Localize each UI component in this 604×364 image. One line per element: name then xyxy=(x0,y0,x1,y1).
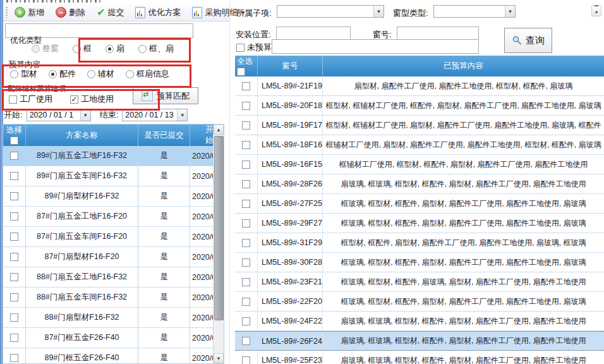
plan-table-row[interactable]: 87#门扇型材F16-F20是2020/0 xyxy=(3,247,224,267)
window-table-row[interactable]: LM5L-89#-18F16框辅材工厂使用, 扇型材, 扇配件工厂使用, 扇配件… xyxy=(235,135,604,155)
window-table-row[interactable]: LM5L-89#-26F24扇玻璃, 框玻璃, 框型材, 框配件, 扇型材, 扇… xyxy=(235,331,604,351)
query-button[interactable]: 查询 xyxy=(504,28,552,53)
usage-checkbox[interactable]: ✓工地使用 xyxy=(70,94,114,105)
row-select-cell xyxy=(3,247,26,267)
delete-button[interactable]: − 删除 xyxy=(52,5,89,20)
select-all-checkbox[interactable] xyxy=(10,136,18,145)
row-checkbox[interactable] xyxy=(242,356,250,364)
window-table-row[interactable]: LM5L-89#-21F19扇型材, 扇配件工厂使用, 扇配件工地使用, 框型材… xyxy=(235,76,604,96)
row-checkbox[interactable] xyxy=(242,317,250,325)
row-checkbox[interactable] xyxy=(242,200,250,208)
row-checkbox[interactable] xyxy=(242,258,250,267)
plan-table-row[interactable]: 89#门框五金F26-F40是2020/0 xyxy=(3,348,224,364)
row-checkbox[interactable] xyxy=(10,212,18,221)
row-checkbox[interactable] xyxy=(242,219,250,228)
row-checkbox[interactable] xyxy=(10,354,18,362)
install-position-input[interactable] xyxy=(276,27,351,40)
plan-table-row[interactable]: 87#门扇五金车间F16-F20是2020/0 xyxy=(3,227,224,247)
row-checkbox[interactable] xyxy=(10,334,18,342)
plan-table-row[interactable]: 87#门扇五金工地F16-F20是2020/0 xyxy=(3,207,224,227)
window-table-row[interactable]: LM5L-89#-16F15框辅材工厂使用, 框型材, 框配件, 扇型材, 扇配… xyxy=(235,155,604,174)
plan-table-row[interactable]: 88#门扇五金工地F16-F32是2020/0 xyxy=(3,267,224,288)
chevron-down-icon[interactable]: ▼ xyxy=(373,6,384,17)
row-checkbox[interactable] xyxy=(10,192,18,200)
row-checkbox[interactable] xyxy=(10,152,18,160)
window-table-row[interactable]: LM5L-89#-24F22扇玻璃, 框玻璃, 框型材, 框配件, 扇型材, 扇… xyxy=(235,312,604,331)
checkbox-icon[interactable]: ✓ xyxy=(70,95,78,104)
window-table-row[interactable]: LM5L-89#-23F21框玻璃, 框型材, 框配件, 扇玻璃, 扇型材, 扇… xyxy=(235,272,604,292)
end-date-value: 2020 / 01 / 13 xyxy=(123,111,176,119)
start-header[interactable]: 开始 xyxy=(190,124,214,146)
chevron-down-icon[interactable]: ▼ xyxy=(80,109,90,121)
usage-checkbox[interactable]: 工厂使用 xyxy=(9,94,52,105)
unbudgeted-input[interactable] xyxy=(272,39,479,54)
window-type-select[interactable]: ▼ xyxy=(433,5,516,18)
radio-label: 框 xyxy=(83,43,92,54)
start-date-cell: 2020/0 xyxy=(190,308,216,327)
start-date-picker[interactable]: 2020 / 01 / 1 ▼ xyxy=(27,109,91,121)
plan-table-row[interactable]: 87#门框五金F26-F40是2020/0 xyxy=(3,328,224,348)
row-checkbox[interactable] xyxy=(10,293,18,301)
chevron-down-icon[interactable]: ▼ xyxy=(505,6,515,17)
window-table-row[interactable]: LM5L-89#-28F26扇玻璃, 框玻璃, 框型材, 框配件, 扇型材, 扇… xyxy=(235,174,604,194)
row-checkbox[interactable] xyxy=(10,313,18,322)
submitted-header[interactable]: 是否已提交 xyxy=(138,124,190,146)
window-table-row[interactable]: LM5L-89#-25F23扇玻璃, 框玻璃, 框型材, 框配件, 扇型材, 扇… xyxy=(235,351,604,364)
end-date-picker[interactable]: 2020 / 01 / 13 ▼ xyxy=(122,109,188,121)
scroll-up-icon[interactable]: ▲ xyxy=(214,124,224,135)
submit-button[interactable]: ✔ 提交 xyxy=(93,4,128,20)
window-no-header[interactable]: 窗号 xyxy=(258,56,323,76)
optimize-type-radio[interactable]: 扇 xyxy=(106,43,124,54)
scrollbar-thumb[interactable] xyxy=(214,136,224,320)
plan-name-header[interactable]: 方案名称 xyxy=(26,124,138,146)
row-checkbox[interactable] xyxy=(10,253,18,261)
window-table-row[interactable]: LM5L-89#-22F20框玻璃, 框型材, 框配件, 扇型材, 扇配件工厂使… xyxy=(235,292,604,312)
budget-content-radio[interactable]: 配件 xyxy=(49,68,76,80)
window-table-row[interactable]: LM5L-89#-27F25框玻璃, 框型材, 框配件, 扇型材, 扇配件工厂使… xyxy=(235,194,604,214)
optimize-type-radio[interactable]: 框、扇 xyxy=(138,43,174,54)
scroll-down-icon[interactable]: ▼ xyxy=(214,353,224,363)
optimize-type-radio[interactable]: 框 xyxy=(73,43,92,54)
window-table-row[interactable]: LM5L-89#-19F17框型材, 框辅材工厂使用, 扇型材, 扇配件工厂使用… xyxy=(235,116,604,135)
add-button[interactable]: + 新增 xyxy=(11,5,48,20)
unbudgeted-checkbox-box[interactable] xyxy=(236,44,245,52)
plan-table-row[interactable]: 88#门扇五金车间F16-F32是2020/0 xyxy=(3,288,224,308)
row-checkbox[interactable] xyxy=(242,337,250,345)
toolbar-overflow-button[interactable]: ▔▾ xyxy=(591,5,601,16)
budgeted-content-header[interactable]: 已预算内容 xyxy=(323,56,604,76)
budget-content-radio[interactable]: 辅材 xyxy=(87,68,114,80)
checkbox-icon[interactable] xyxy=(9,95,17,104)
row-checkbox[interactable] xyxy=(242,141,250,149)
row-checkbox[interactable] xyxy=(242,82,250,90)
plan-table-scrollbar[interactable]: ▲ ▼ xyxy=(213,124,224,363)
radio-icon xyxy=(73,45,81,53)
unbudgeted-checkbox[interactable]: 未预算: xyxy=(236,42,274,53)
window-no-input[interactable] xyxy=(397,27,479,40)
row-checkbox[interactable] xyxy=(10,233,18,241)
plan-table-row[interactable]: 89#门扇五金车间F16-F32是2020/0 xyxy=(3,166,224,186)
row-checkbox[interactable] xyxy=(10,172,18,180)
window-table-row[interactable]: LM5L-89#-30F28框玻璃, 框型材, 框配件, 扇型材, 扇配件工厂使… xyxy=(235,253,604,272)
plan-table-row[interactable]: 89#门扇型材F16-F32是2020/0 xyxy=(3,186,224,207)
window-table-row[interactable]: LM5L-89#-20F18框型材, 框辅材工厂使用, 框配件, 扇型材, 扇配… xyxy=(235,96,604,116)
window-table-row[interactable]: LM5L-89#-29F27框玻璃, 框型材, 框配件, 扇型材, 扇配件工厂使… xyxy=(235,214,604,233)
budget-content-radio[interactable]: 型材 xyxy=(10,68,37,80)
row-checkbox[interactable] xyxy=(242,180,250,188)
budget-match-button[interactable]: 预算匹配 xyxy=(133,87,198,104)
row-checkbox[interactable] xyxy=(10,273,18,281)
row-checkbox[interactable] xyxy=(242,161,250,169)
plan-table-row[interactable]: 88#门扇型材F16-F32是2020/0 xyxy=(3,308,224,328)
sub-item-select[interactable]: ▼ xyxy=(277,5,384,18)
row-checkbox[interactable] xyxy=(242,298,250,306)
budget-content-radio[interactable]: 框扇信息 xyxy=(126,68,169,80)
chevron-down-icon[interactable]: ▼ xyxy=(177,109,187,121)
select-all-checkbox[interactable] xyxy=(237,68,245,76)
plan-table-row[interactable]: 89#门扇五金工地F16-F32是2020/0 xyxy=(3,146,224,166)
row-checkbox[interactable] xyxy=(242,102,250,110)
row-checkbox[interactable] xyxy=(242,239,250,247)
row-checkbox[interactable] xyxy=(242,121,250,130)
row-checkbox[interactable] xyxy=(242,278,250,286)
query-button-label: 查询 xyxy=(526,35,545,47)
optimize-plan-button[interactable]: 优化方案 xyxy=(131,5,184,20)
window-table-row[interactable]: LM5L-89#-31F29框型材, 框配件, 扇型材, 扇配件工厂使用, 扇配… xyxy=(235,233,604,253)
